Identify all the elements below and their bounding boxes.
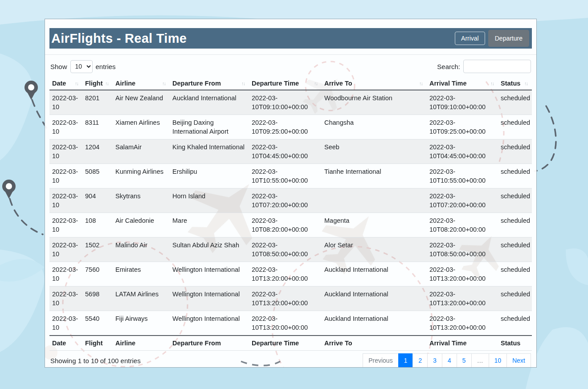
- column-label: Flight: [85, 80, 102, 87]
- column-label: Date: [52, 80, 66, 87]
- table-cell: scheduled: [498, 164, 532, 188]
- table-footer-row: DateFlightAirlineDeparture FromDeparture…: [49, 336, 532, 351]
- page-button-2[interactable]: 2: [412, 353, 428, 368]
- table-cell: 2022-03-10T13:20:00+00:00: [249, 262, 322, 287]
- footer-column-header-arrival-time: Arrival Time: [427, 336, 498, 351]
- table-header-row: Date↑↓Flight↑↓Airline↑↓Departure From↑↓D…: [49, 77, 532, 90]
- table-cell: 2022-03-10: [49, 188, 82, 213]
- entries-info: Showing 1 to 10 of 100 entries: [50, 357, 141, 364]
- table-cell: 2022-03-10T08:50:00+00:00: [249, 237, 322, 262]
- table-row: 2022-03-105540Fiji AirwaysWellington Int…: [49, 311, 532, 336]
- table-cell: 7560: [82, 262, 113, 287]
- sort-icon: ↑↓: [241, 81, 246, 86]
- table-cell: scheduled: [498, 311, 532, 336]
- table-cell: 2022-03-10T07:20:00+00:00: [249, 188, 322, 213]
- page-title: AirFlights - Real Time: [51, 31, 187, 46]
- column-header-arrive-to[interactable]: Arrive To↑↓: [322, 77, 427, 90]
- page-button-3[interactable]: 3: [427, 353, 442, 368]
- table-row: 2022-03-108311Xiamen AirlinesBeijing Dax…: [49, 115, 532, 139]
- table-cell: Emirates: [113, 262, 170, 287]
- page-button-5[interactable]: 5: [457, 353, 472, 368]
- table-row: 2022-03-101502Malindo AirSultan Abdul Az…: [49, 237, 532, 262]
- page-button-4[interactable]: 4: [442, 353, 457, 368]
- page-size-select[interactable]: 10: [70, 60, 93, 73]
- table-cell: Air New Zealand: [113, 90, 170, 115]
- table-cell: Air Caledonie: [113, 213, 170, 237]
- table-row: 2022-03-10904SkytransHorn Island2022-03-…: [49, 188, 532, 213]
- column-header-airline[interactable]: Airline↑↓: [113, 77, 170, 90]
- table-cell: SalamAir: [113, 139, 170, 164]
- entries-label: entries: [96, 63, 116, 70]
- table-cell: 8201: [82, 90, 113, 115]
- table-cell: scheduled: [498, 115, 532, 139]
- table-cell: 2022-03-10T08:50:00+00:00: [427, 237, 498, 262]
- column-header-flight[interactable]: Flight↑↓: [82, 77, 113, 90]
- table-controls: Show 10 entries Search:: [49, 55, 532, 77]
- table-cell: Wellington International: [170, 262, 249, 287]
- table-footer-bar: Showing 1 to 10 of 100 entries Previous1…: [49, 351, 532, 368]
- table-cell: 5085: [82, 164, 113, 188]
- table-cell: Seeb: [322, 139, 427, 164]
- footer-column-header-departure-from: Departure From: [170, 336, 249, 351]
- table-row: 2022-03-107560EmiratesWellington Interna…: [49, 262, 532, 287]
- table-cell: Xiamen Airlines: [113, 115, 170, 139]
- table-cell: Kunming Airlines: [113, 164, 170, 188]
- table-cell: Malindo Air: [113, 237, 170, 262]
- column-header-date[interactable]: Date↑↓: [49, 77, 82, 90]
- mode-buttons: Arrival Departure: [455, 30, 529, 47]
- table-cell: Auckland International: [322, 311, 427, 336]
- table-cell: 2022-03-10: [49, 262, 82, 287]
- arrival-button[interactable]: Arrival: [455, 32, 485, 45]
- page-button-previous[interactable]: Previous: [363, 353, 398, 368]
- footer-column-header-status: Status: [498, 336, 532, 351]
- column-header-departure-time[interactable]: Departure Time↑↓: [249, 77, 322, 90]
- page-button-1[interactable]: 1: [398, 353, 413, 368]
- table-cell: scheduled: [498, 188, 532, 213]
- table-row: 2022-03-108201Air New ZealandAuckland In…: [49, 90, 532, 115]
- table-cell: 2022-03-10T13:20:00+00:00: [427, 287, 498, 311]
- table-cell: 904: [82, 188, 113, 213]
- column-header-departure-from[interactable]: Departure From↑↓: [170, 77, 249, 90]
- footer-column-header-airline: Airline: [113, 336, 170, 351]
- table-row: 2022-03-105698LATAM AirlinesWellington I…: [49, 287, 532, 311]
- table-cell: Magenta: [322, 213, 427, 237]
- table-cell: 2022-03-10T04:45:00+00:00: [249, 139, 322, 164]
- table-cell: 2022-03-10T08:20:00+00:00: [427, 213, 498, 237]
- table-cell: Mare: [170, 213, 249, 237]
- search-input[interactable]: [463, 60, 531, 73]
- table-cell: 2022-03-10T09:10:00+00:00: [249, 90, 322, 115]
- table-cell: 2022-03-10T09:25:00+00:00: [249, 115, 322, 139]
- table-cell: 2022-03-10T13:20:00+00:00: [249, 287, 322, 311]
- table-cell: 2022-03-10: [49, 139, 82, 164]
- table-cell: scheduled: [498, 90, 532, 115]
- table-cell: Beijing Daxing International Airport: [170, 115, 249, 139]
- page-button-next[interactable]: Next: [506, 353, 531, 368]
- table-cell: 5698: [82, 287, 113, 311]
- column-header-status[interactable]: Status↑↓: [498, 77, 532, 90]
- table-cell: 2022-03-10T10:55:00+00:00: [427, 164, 498, 188]
- table-cell: Wellington International: [170, 287, 249, 311]
- table-cell: Fiji Airways: [113, 311, 170, 336]
- footer-column-header-flight: Flight: [82, 336, 113, 351]
- table-cell: Ershilipu: [170, 164, 249, 188]
- column-header-arrival-time[interactable]: Arrival Time↑↓: [427, 77, 498, 90]
- departure-button[interactable]: Departure: [488, 30, 529, 47]
- sort-icon: ↑↓: [419, 81, 424, 86]
- page-button-10[interactable]: 10: [489, 353, 507, 368]
- table-cell: LATAM Airlines: [113, 287, 170, 311]
- table-cell: 2022-03-10T09:25:00+00:00: [427, 115, 498, 139]
- table-cell: [322, 188, 427, 213]
- table-cell: 1502: [82, 237, 113, 262]
- table-row: 2022-03-105085Kunming AirlinesErshilipu2…: [49, 164, 532, 188]
- table-body: 2022-03-108201Air New ZealandAuckland In…: [49, 90, 532, 336]
- table-cell: 1204: [82, 139, 113, 164]
- table-cell: 2022-03-10T08:20:00+00:00: [249, 213, 322, 237]
- table-cell: 2022-03-10: [49, 311, 82, 336]
- table-cell: Auckland International: [322, 287, 427, 311]
- search-label: Search:: [437, 63, 460, 70]
- pagination: Previous12345…10Next: [363, 353, 531, 368]
- table-cell: 2022-03-10: [49, 164, 82, 188]
- flights-panel: AirFlights - Real Time Arrival Departure…: [45, 19, 537, 368]
- sort-icon: ↑↓: [524, 81, 529, 86]
- table-cell: 2022-03-10: [49, 213, 82, 237]
